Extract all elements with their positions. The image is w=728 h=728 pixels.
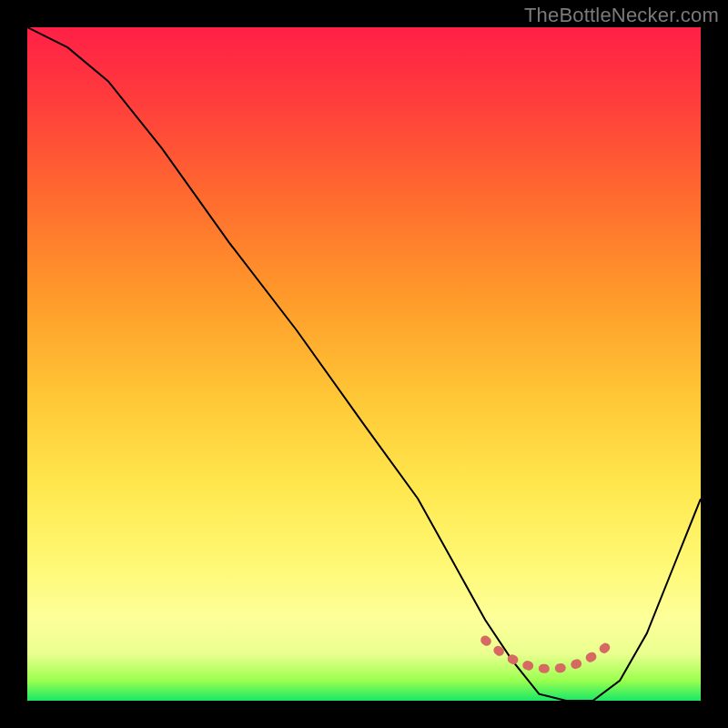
bottleneck-curve xyxy=(27,27,701,701)
plot-area xyxy=(27,27,701,701)
bottleneck-curve-svg xyxy=(27,27,701,701)
watermark-text: TheBottleNecker.com xyxy=(524,4,719,27)
trough-highlight xyxy=(485,640,606,669)
chart-frame: TheBottleNecker.com xyxy=(0,0,728,728)
